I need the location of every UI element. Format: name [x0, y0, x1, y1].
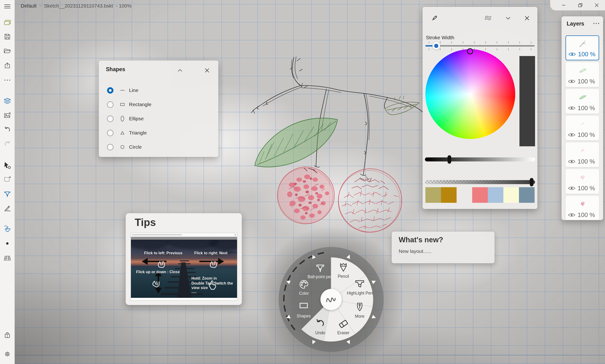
radio[interactable]	[107, 116, 114, 122]
close-button[interactable]	[589, 0, 605, 10]
brightness-thumb[interactable]	[448, 155, 451, 164]
shapes-panel: Shapes Line Rectangle Ellipse Triangle C…	[99, 61, 218, 157]
swatch-slate[interactable]	[519, 187, 535, 203]
close-button[interactable]	[522, 13, 532, 23]
tip-flick-updown: Flick up or down : Close	[136, 270, 180, 274]
shape-option-rectangle[interactable]: Rectangle	[99, 99, 218, 110]
dot-icon[interactable]	[3, 239, 11, 247]
tip-double-tap: Double Tap: Switch the view size	[192, 281, 235, 290]
shape-option-line[interactable]: Line	[99, 85, 218, 95]
undo-arrow-icon[interactable]	[315, 318, 326, 329]
highlight-pen-icon[interactable]	[354, 278, 365, 289]
grid-icon[interactable]	[3, 254, 11, 262]
layer-card-5[interactable]: 100 %	[566, 142, 599, 167]
swatch-cream[interactable]	[503, 187, 519, 203]
undo-icon[interactable]	[3, 125, 11, 133]
ballpoint-pen-icon[interactable]	[315, 262, 326, 273]
stroke-width-thumb[interactable]	[433, 42, 440, 50]
export-icon[interactable]	[3, 62, 11, 69]
swatch-salmon[interactable]	[472, 187, 488, 203]
more-ellipsis-icon[interactable]	[593, 22, 600, 25]
breadcrumb-filename: Sketch__20231129110743.bskt	[44, 3, 113, 9]
radial-item-color[interactable]: Color	[285, 291, 323, 296]
menu-icon[interactable]	[3, 2, 11, 10]
opacity-slider[interactable]	[425, 180, 535, 184]
swatch-goldenrod[interactable]	[441, 187, 457, 203]
layer-card-3[interactable]: 100 %	[566, 89, 599, 114]
open-folder-icon[interactable]	[3, 47, 11, 55]
shape-option-ellipse[interactable]: Ellipse	[99, 114, 218, 124]
eye-icon[interactable]	[568, 159, 576, 164]
swatch-lightblue[interactable]	[488, 187, 503, 203]
tip-flick-right: Flick to right: Next	[194, 251, 227, 255]
brightness-slider[interactable]	[425, 157, 535, 161]
tips-screenshot: ✕	[131, 233, 237, 300]
pencil-icon[interactable]	[3, 204, 11, 212]
radio[interactable]	[107, 144, 114, 150]
color-wheel-selector[interactable]	[467, 48, 473, 54]
redo-icon[interactable]	[3, 140, 11, 148]
eye-icon[interactable]	[568, 212, 576, 218]
collapse-button[interactable]	[175, 66, 185, 75]
swatch-olive[interactable]	[425, 187, 441, 203]
insert-image-icon[interactable]	[3, 111, 11, 119]
fountain-pen-icon[interactable]	[355, 302, 365, 312]
layer-card-4[interactable]: 100 %	[566, 116, 599, 140]
radio[interactable]	[107, 101, 114, 108]
shape-option-circle[interactable]: Circle	[99, 142, 218, 152]
ink-flow-icon[interactable]	[483, 13, 493, 23]
radial-tool-menu[interactable]: Ball-point pen Color Shapes Pencil HighL…	[265, 233, 397, 364]
ellipse-glyph	[120, 116, 125, 122]
layer-card-6[interactable]: 100 %	[566, 169, 599, 194]
radio-selected[interactable]	[107, 87, 114, 94]
layer-card-2[interactable]: 100 %	[566, 62, 599, 87]
radial-item-undo[interactable]: Undo	[301, 330, 339, 335]
opacity-thumb[interactable]	[530, 178, 533, 186]
pier-photo: Flick to left: Previous Flick to right: …	[131, 240, 237, 298]
select-area-icon[interactable]	[3, 175, 11, 183]
window-controls	[550, 0, 605, 10]
selected-color-bar	[519, 56, 535, 146]
breadcrumb-root[interactable]: Default	[21, 3, 37, 9]
restore-button[interactable]	[572, 0, 589, 10]
right-lychee	[338, 169, 402, 232]
settings-gear-icon[interactable]	[3, 350, 11, 358]
radio[interactable]	[107, 130, 114, 136]
tips-title: Tips	[135, 217, 156, 228]
eyedropper-icon[interactable]	[429, 13, 439, 23]
shape-option-triangle[interactable]: Triangle	[99, 128, 218, 138]
color-panel: Stroke Width	[423, 7, 537, 209]
close-button[interactable]	[202, 66, 212, 75]
toolbar-sidebar	[0, 0, 15, 364]
eye-icon[interactable]	[568, 186, 576, 191]
tip-dots: .....	[192, 290, 197, 294]
eraser-icon[interactable]	[338, 318, 349, 329]
save-icon[interactable]	[3, 33, 11, 41]
breadcrumb: Default › Sketch__20231129110743.bskt - …	[21, 3, 132, 9]
eye-icon[interactable]	[568, 132, 576, 137]
pointer-settings-icon[interactable]	[3, 161, 11, 169]
eye-icon[interactable]	[568, 79, 576, 84]
pencil-icon[interactable]	[338, 262, 349, 273]
tip-flick-left: Flick to left: Previous	[144, 251, 182, 255]
layer-thumbnail	[566, 37, 599, 52]
boards-icon[interactable]	[3, 18, 11, 26]
stroke-width-slider[interactable]	[425, 41, 535, 50]
color-palette-icon[interactable]	[299, 279, 309, 289]
layer-card-1[interactable]: 100 %	[566, 36, 599, 60]
shapes-rect-icon[interactable]	[298, 300, 309, 311]
chevron-down-icon[interactable]	[503, 13, 513, 23]
radial-item-highlight[interactable]: HighLight Pen	[341, 291, 379, 296]
layer-card-7[interactable]: 100 %	[566, 196, 599, 220]
screenshot-titlebar: ✕	[131, 233, 237, 237]
color-wheel[interactable]	[425, 49, 515, 139]
more-ellipsis-icon[interactable]	[3, 76, 11, 84]
eye-icon[interactable]	[568, 106, 576, 111]
layers-icon[interactable]	[3, 97, 11, 105]
store-bag-icon[interactable]	[3, 331, 11, 339]
radial-item-more[interactable]: More	[341, 314, 379, 319]
ballpoint-pen-icon[interactable]	[3, 190, 11, 198]
eye-icon[interactable]	[568, 52, 576, 57]
minimize-button[interactable]	[555, 0, 572, 10]
touch-gesture-icon[interactable]	[3, 225, 11, 233]
